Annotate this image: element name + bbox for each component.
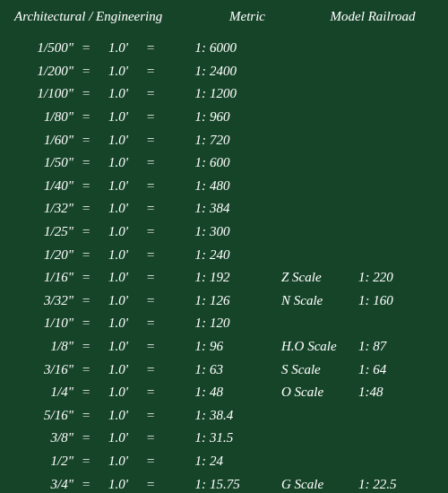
cell-metric-prefix: 1: [163,339,210,354]
cell-equals: = [138,40,163,56]
cell-equals: = [138,224,163,239]
cell-metric-prefix: 1: [163,40,210,56]
cell-equals: = [73,293,99,308]
table-row: 5/16"=1.0'=1:38.4 [11,404,437,428]
cell-rr-name: Z Scale [256,270,353,285]
header-arch-eng: Architectural / Engineering [11,9,202,24]
table-row: 1/20"=1.0'=1:240 [11,243,437,266]
cell-foot: 1.0' [99,270,138,285]
cell-fraction: 1/500" [11,40,73,56]
cell-rr-ratio: 1: 87 [353,339,437,354]
table-row: 3/4"=1.0'=1:15.75G Scale1: 22.5 [11,472,437,493]
cell-equals: = [73,408,99,423]
cell-rr-ratio: 1:48 [353,385,437,400]
cell-metric-value: 300 [210,224,256,239]
cell-fraction: 1/20" [11,247,73,263]
table-header-row: Architectural / Engineering Metric Model… [11,9,437,24]
table-row: 1/2"=1.0'=1:24 [11,450,437,473]
cell-fraction: 5/16" [11,408,73,423]
cell-fraction: 1/32" [11,201,73,216]
cell-equals: = [138,247,163,263]
cell-metric-prefix: 1: [163,454,210,469]
cell-fraction: 3/4" [11,477,73,492]
cell-metric-value: 6000 [210,40,256,56]
table-row: 1/25"=1.0'=1:300 [11,221,437,244]
cell-fraction: 1/25" [11,224,73,239]
cell-equals: = [138,133,163,148]
table-row: 1/500"=1.0'=1:6000 [11,37,437,60]
cell-equals: = [138,339,163,354]
cell-fraction: 1/50" [11,155,73,170]
cell-equals: = [73,385,99,400]
table-row: 1/40"=1.0'=1:480 [11,175,437,198]
cell-rr-ratio: 1: 64 [353,362,437,377]
cell-foot: 1.0' [99,316,138,331]
cell-metric-prefix: 1: [163,477,210,492]
cell-equals: = [138,155,163,170]
cell-equals: = [138,270,163,285]
cell-foot: 1.0' [99,86,138,101]
cell-equals: = [73,109,99,125]
cell-foot: 1.0' [99,454,138,469]
cell-equals: = [73,133,99,148]
cell-metric-value: 31.5 [210,430,256,445]
cell-metric-value: 192 [210,270,256,285]
cell-equals: = [138,454,163,469]
cell-fraction: 1/60" [11,133,73,148]
cell-equals: = [138,64,163,79]
cell-fraction: 3/8" [11,430,73,445]
cell-metric-prefix: 1: [163,293,210,308]
cell-fraction: 1/16" [11,270,73,285]
cell-equals: = [73,454,99,469]
cell-metric-prefix: 1: [163,385,210,400]
cell-metric-value: 600 [210,155,256,170]
cell-metric-value: 24 [210,454,256,469]
cell-metric-value: 63 [210,362,256,377]
header-metric: Metric [202,9,292,24]
cell-fraction: 1/10" [11,316,73,331]
cell-equals: = [73,316,99,331]
cell-rr-name: S Scale [256,362,353,377]
cell-metric-value: 480 [210,178,256,194]
cell-foot: 1.0' [99,430,138,445]
cell-foot: 1.0' [99,408,138,423]
cell-fraction: 1/8" [11,339,73,354]
table-row: 1/10"=1.0'=1:120 [11,312,437,335]
cell-equals: = [138,316,163,331]
cell-metric-prefix: 1: [163,64,210,79]
cell-equals: = [73,155,99,170]
cell-metric-prefix: 1: [163,430,210,445]
cell-metric-value: 48 [210,385,256,400]
cell-equals: = [73,477,99,492]
cell-equals: = [138,201,163,216]
cell-metric-prefix: 1: [163,362,210,377]
cell-foot: 1.0' [99,109,138,125]
cell-fraction: 3/32" [11,293,73,308]
table-row: 1/16"=1.0'=1:192Z Scale1: 220 [11,266,437,290]
cell-foot: 1.0' [99,133,138,148]
table-row: 1/80"=1.0'=1:960 [11,106,437,129]
cell-equals: = [73,270,99,285]
cell-equals: = [73,362,99,377]
cell-equals: = [138,385,163,400]
cell-equals: = [138,178,163,194]
cell-rr-ratio: 1: 220 [353,270,437,285]
cell-equals: = [73,178,99,194]
cell-metric-value: 960 [210,109,256,125]
header-model-rr: Model Railroad [292,9,437,24]
cell-metric-value: 720 [210,133,256,148]
cell-metric-value: 126 [210,293,256,308]
cell-metric-value: 1200 [210,86,256,101]
cell-equals: = [73,247,99,263]
cell-metric-prefix: 1: [163,109,210,125]
cell-metric-value: 96 [210,339,256,354]
cell-foot: 1.0' [99,64,138,79]
table-body: 1/500"=1.0'=1:60001/200"=1.0'=1:24001/10… [11,37,437,493]
cell-equals: = [138,362,163,377]
table-row: 3/16"=1.0'=1:63S Scale1: 64 [11,358,437,381]
table-row: 1/60"=1.0'=1:720 [11,128,437,151]
table-row: 1/32"=1.0'=1:384 [11,197,437,221]
cell-fraction: 1/200" [11,64,73,79]
cell-foot: 1.0' [99,385,138,400]
cell-foot: 1.0' [99,224,138,239]
